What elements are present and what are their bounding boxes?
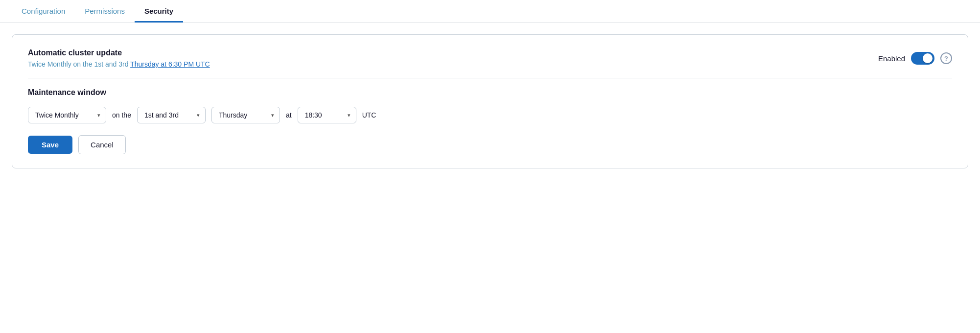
enabled-control: Enabled ? xyxy=(878,52,952,65)
toggle-slider xyxy=(911,52,934,65)
day-select-wrapper: Monday Tuesday Wednesday Thursday Friday… xyxy=(211,107,280,123)
time-select-wrapper: 00:00 06:00 12:00 18:00 18:30 19:00 20:0… xyxy=(298,107,356,123)
tab-configuration[interactable]: Configuration xyxy=(12,0,75,23)
toggle-switch[interactable] xyxy=(911,52,934,65)
frequency-select[interactable]: Weekly Twice Monthly Monthly xyxy=(28,107,106,123)
frequency-select-wrapper: Weekly Twice Monthly Monthly ▾ xyxy=(28,107,106,123)
thursday-link[interactable]: Thursday at 6:30 PM UTC xyxy=(130,60,210,68)
maintenance-section: Maintenance window Weekly Twice Monthly … xyxy=(28,88,952,154)
on-the-label: on the xyxy=(112,111,131,119)
occurrence-select-wrapper: 1st and 3rd 2nd and 4th ▾ xyxy=(137,107,206,123)
tab-navigation: Configuration Permissions Security xyxy=(0,0,980,23)
day-select[interactable]: Monday Tuesday Wednesday Thursday Friday… xyxy=(211,107,280,123)
page-container: Configuration Permissions Security Autom… xyxy=(0,0,980,333)
occurrence-select[interactable]: 1st and 3rd 2nd and 4th xyxy=(137,107,206,123)
at-label: at xyxy=(286,111,292,119)
utc-label: UTC xyxy=(362,111,376,119)
main-content: Automatic cluster update Twice Monthly o… xyxy=(0,23,980,180)
settings-card: Automatic cluster update Twice Monthly o… xyxy=(12,34,968,168)
cluster-update-title: Automatic cluster update xyxy=(28,48,878,57)
tab-permissions[interactable]: Permissions xyxy=(75,0,135,23)
subtitle-prefix: Twice Monthly on the 1st and 3rd xyxy=(28,60,130,68)
cluster-update-subtitle: Twice Monthly on the 1st and 3rd Thursda… xyxy=(28,60,878,68)
enabled-label: Enabled xyxy=(878,54,905,63)
cluster-update-info: Automatic cluster update Twice Monthly o… xyxy=(28,48,878,68)
time-select[interactable]: 00:00 06:00 12:00 18:00 18:30 19:00 20:0… xyxy=(298,107,356,123)
save-button[interactable]: Save xyxy=(28,136,72,154)
section-divider xyxy=(28,78,952,78)
help-icon[interactable]: ? xyxy=(940,52,952,64)
cancel-button[interactable]: Cancel xyxy=(78,135,126,154)
maintenance-form-row: Weekly Twice Monthly Monthly ▾ on the 1s… xyxy=(28,107,952,123)
tab-security[interactable]: Security xyxy=(135,0,183,23)
maintenance-title: Maintenance window xyxy=(28,88,952,97)
action-buttons: Save Cancel xyxy=(28,135,952,154)
cluster-update-section: Automatic cluster update Twice Monthly o… xyxy=(28,48,952,68)
